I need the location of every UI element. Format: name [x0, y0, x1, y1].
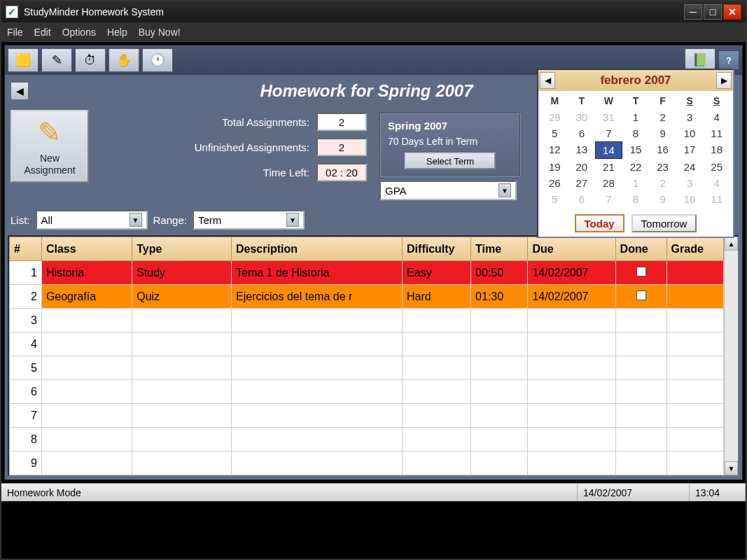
menu-edit[interactable]: Edit — [34, 27, 51, 38]
calendar-day[interactable]: 15 — [622, 141, 650, 159]
table-row[interactable]: 9 — [10, 451, 724, 475]
calendar-day[interactable]: 2 — [649, 175, 676, 191]
calendar-day[interactable]: 22 — [622, 159, 650, 175]
table-row[interactable]: 3 — [10, 309, 724, 332]
chevron-down-icon: ▼ — [130, 213, 142, 227]
menu-options[interactable]: Options — [62, 27, 96, 38]
calendar-day[interactable]: 31 — [595, 109, 622, 125]
done-checkbox[interactable] — [636, 290, 646, 300]
calendar-day[interactable]: 20 — [568, 159, 596, 175]
calendar-day[interactable]: 11 — [703, 125, 730, 141]
menu-file[interactable]: File — [7, 27, 23, 38]
calendar-day[interactable]: 11 — [703, 191, 730, 207]
calendar-day[interactable]: 10 — [676, 125, 704, 141]
calendar-day[interactable]: 6 — [568, 125, 596, 141]
gpa-select[interactable]: GPA ▼ — [379, 181, 517, 200]
column-header[interactable]: Class — [41, 237, 132, 261]
calendar-day[interactable]: 8 — [622, 191, 650, 207]
calendar-day[interactable]: 3 — [676, 175, 704, 191]
table-row[interactable]: 7 — [10, 404, 724, 428]
calendar-day[interactable]: 4 — [703, 109, 730, 125]
calendar-day[interactable]: 2 — [649, 109, 676, 125]
calendar-day[interactable]: 24 — [676, 159, 704, 175]
menu-help[interactable]: Help — [107, 27, 127, 38]
column-header[interactable]: Difficulty — [403, 237, 471, 261]
scroll-down-button[interactable]: ▼ — [725, 461, 738, 475]
calendar-day[interactable]: 25 — [703, 159, 730, 175]
range-filter-label: Range: — [153, 214, 187, 226]
new-assignment-button[interactable]: ✎ NewAssignment — [11, 110, 89, 183]
note-icon[interactable]: 🟨 — [8, 48, 39, 72]
calendar-day[interactable]: 23 — [649, 159, 676, 175]
hand-icon[interactable]: ✋ — [109, 48, 139, 72]
table-cell[interactable] — [615, 285, 666, 309]
calendar-day[interactable]: 29 — [541, 109, 568, 125]
calendar-day[interactable]: 5 — [541, 191, 568, 207]
table-cell — [615, 428, 666, 451]
table-cell — [403, 404, 471, 428]
calendar-today-button[interactable]: Today — [575, 214, 624, 232]
calendar-day[interactable]: 3 — [676, 109, 704, 125]
calendar-day[interactable]: 5 — [541, 125, 568, 141]
select-term-button[interactable]: Select Term — [405, 153, 496, 169]
table-cell — [528, 380, 615, 404]
close-button[interactable]: ✕ — [723, 4, 741, 20]
clock-icon[interactable]: 🕐 — [142, 48, 173, 72]
table-row[interactable]: 4 — [10, 332, 724, 356]
calendar-day[interactable]: 7 — [595, 191, 622, 207]
calendar-day[interactable]: 1 — [622, 175, 650, 191]
done-checkbox[interactable] — [636, 267, 646, 276]
calendar-day[interactable]: 6 — [568, 191, 596, 207]
column-header[interactable]: Type — [132, 237, 232, 261]
column-header[interactable]: Time — [471, 237, 528, 261]
calendar-day[interactable]: 4 — [703, 175, 730, 191]
calendar-day[interactable]: 17 — [676, 141, 704, 159]
table-cell — [528, 404, 615, 428]
range-filter-select[interactable]: Term ▼ — [193, 210, 305, 230]
table-row[interactable]: 2GeografíaQuizEjercicios del tema de rHa… — [10, 285, 724, 309]
table-cell — [471, 404, 528, 428]
calendar-day[interactable]: 13 — [568, 141, 596, 159]
calendar-day[interactable]: 21 — [595, 159, 622, 175]
table-row[interactable]: 8 — [10, 428, 724, 451]
calendar-day[interactable]: 19 — [541, 159, 568, 175]
calendar-day[interactable]: 30 — [568, 109, 596, 125]
prev-term-button[interactable]: ◀ — [11, 82, 29, 100]
table-row[interactable]: 5 — [10, 356, 724, 380]
pencil-tool-icon[interactable]: ✎ — [41, 48, 72, 72]
calendar-day[interactable]: 8 — [622, 125, 650, 141]
calendar-day[interactable]: 10 — [676, 191, 704, 207]
calendar-day[interactable]: 7 — [595, 125, 622, 141]
calendar-day[interactable]: 1 — [622, 109, 650, 125]
calendar-day[interactable]: 18 — [703, 141, 730, 159]
calendar-day[interactable]: 12 — [541, 141, 568, 159]
calendar-day[interactable]: 14 — [595, 141, 622, 159]
column-header[interactable]: # — [10, 237, 42, 261]
column-header[interactable]: Description — [232, 237, 403, 261]
table-cell[interactable] — [615, 261, 666, 285]
calendar-tomorrow-button[interactable]: Tomorrow — [631, 214, 697, 232]
table-row[interactable]: 6 — [10, 380, 724, 404]
pencil-icon: ✎ — [38, 116, 62, 148]
titlebar[interactable]: ✓ StudyMinder Homework System ─ □ ✕ — [1, 1, 746, 22]
calendar-day[interactable]: 16 — [649, 141, 676, 159]
cal-next-button[interactable]: ▶ — [716, 72, 732, 89]
minimize-button[interactable]: ─ — [684, 4, 702, 20]
cal-prev-button[interactable]: ◀ — [540, 72, 555, 89]
vertical-scrollbar[interactable]: ▲ ▼ — [724, 237, 738, 475]
maximize-button[interactable]: □ — [704, 4, 722, 20]
table-cell — [403, 309, 471, 332]
calendar-title: febrero 2007 — [557, 74, 715, 88]
calendar-day[interactable]: 27 — [568, 175, 596, 191]
menu-buynow[interactable]: Buy Now! — [139, 27, 181, 38]
calendar-day[interactable]: 26 — [541, 175, 568, 191]
list-filter-select[interactable]: All ▼ — [36, 210, 148, 230]
table-cell: 4 — [10, 332, 42, 356]
table-row[interactable]: 1HistoriaStudyTema 1 de HistoriaEasy00:5… — [10, 261, 724, 285]
table-cell — [403, 428, 471, 451]
calendar-day[interactable]: 9 — [649, 125, 676, 141]
stopwatch-icon[interactable]: ⏱ — [75, 48, 106, 72]
unfinished-assignments-value: 2 — [316, 138, 367, 156]
calendar-day[interactable]: 28 — [595, 175, 622, 191]
calendar-day[interactable]: 9 — [649, 191, 676, 207]
